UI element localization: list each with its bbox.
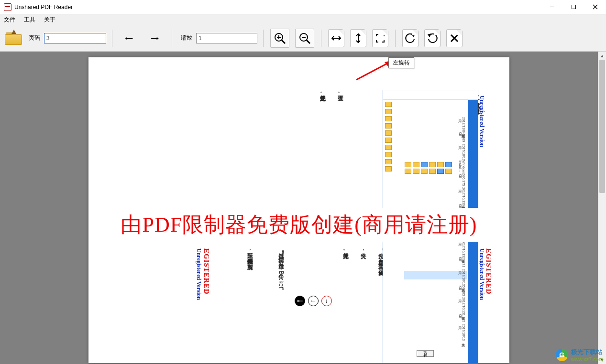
- list-item: 2017/10/13周...文件夹1.535 KB: [406, 297, 465, 322]
- page-line: 任务完成为止。: [342, 248, 350, 353]
- window-title: Unshared PDF Reader: [14, 4, 541, 11]
- site-name: 极光下载站: [571, 348, 603, 356]
- next-page-button[interactable]: →: [144, 31, 166, 45]
- separator: [321, 30, 321, 47]
- scroll-thumb[interactable]: [599, 60, 605, 193]
- close-button[interactable]: [584, 0, 606, 14]
- minimize-button[interactable]: [541, 0, 563, 14]
- watermark-unregistered: Unregistered Version: [478, 248, 485, 300]
- dialog-open-button: 打开(O): [417, 350, 434, 357]
- page-number-input[interactable]: [44, 33, 106, 43]
- list-item: 2017/10/13周...文件夹22.271 KB: [406, 240, 465, 267]
- delete-page-button[interactable]: [446, 29, 463, 47]
- page-line: 以选择 "单个文件" 或 "单个目录"、"单个 Bucket": [277, 248, 285, 353]
- zoom-in-button[interactable]: [270, 29, 289, 48]
- svg-line-17: [356, 62, 390, 80]
- title-bar: Unshared PDF Reader: [0, 0, 606, 14]
- separator: [172, 30, 172, 47]
- zoom-out-button[interactable]: [295, 29, 314, 48]
- menu-file[interactable]: 文件: [4, 16, 15, 24]
- watermark-unregistered: Unregistered Version: [478, 96, 485, 147]
- toolbar: 页码 ← → 缩放: [0, 25, 606, 52]
- svg-marker-13: [411, 33, 415, 37]
- zoom-input[interactable]: [196, 33, 257, 43]
- zoom-label: 缩放: [181, 34, 192, 42]
- separator: [112, 30, 112, 47]
- pdf-page: 二、拖拽上传。在资源 文件或文件夹及文件夹 传列表按钮会不停闪动 3、下载操作 …: [88, 57, 509, 363]
- fit-width-button[interactable]: [328, 29, 344, 47]
- list-item: 2017/10/13周...文件夹57.203 KB: [406, 269, 465, 296]
- rotate-right-button[interactable]: [424, 29, 441, 47]
- page-canvas[interactable]: 二、拖拽上传。在资源 文件或文件夹及文件夹 传列表按钮会不停闪动 3、下载操作 …: [0, 52, 598, 364]
- app-icon: [4, 3, 11, 11]
- scroll-up-button[interactable]: ▲: [598, 52, 606, 60]
- rotate-left-button[interactable]: [402, 29, 419, 47]
- menu-bar: 文件 工具 关于: [0, 14, 606, 25]
- page-line: 文件夹，: [359, 248, 367, 353]
- window-controls: [541, 0, 606, 14]
- list-item: 2017/10/13周...Windows Install...696.375 …: [406, 144, 465, 186]
- list-item: 2017/11/8周...应用程序45.089 KB: [406, 117, 465, 142]
- separator: [395, 30, 396, 47]
- page-icons: →↓⭳: [295, 248, 332, 353]
- prev-page-button[interactable]: ←: [118, 31, 140, 45]
- vertical-scrollbar[interactable]: ▲ ▼: [598, 52, 606, 364]
- watermark-registered: EGISTERED: [485, 248, 493, 295]
- menu-about[interactable]: 关于: [44, 16, 55, 24]
- svg-marker-14: [428, 33, 431, 37]
- fit-height-button[interactable]: [350, 29, 366, 47]
- scroll-track[interactable]: [598, 60, 606, 356]
- page-text-lower: 个文件" 或 "单个目录" 至客户端，自动完成上传 文件夹， 任务完成为止。 →…: [198, 248, 385, 353]
- separator: [263, 30, 264, 47]
- site-watermark: G 极光下载站 www.xz7.com: [556, 348, 603, 362]
- watermark-unregistered: Unregistered Version: [195, 248, 202, 300]
- list-item: 2017/10/13周...文件夹: [406, 324, 465, 341]
- svg-line-5: [282, 40, 285, 43]
- maximize-button[interactable]: [563, 0, 584, 14]
- menu-tools[interactable]: 工具: [24, 16, 35, 24]
- watermark-registered: EGISTERED: [202, 248, 210, 295]
- rotate-left-tooltip: 左旋转: [388, 57, 414, 68]
- page-line: 始下载时，下载列表按钮会不停闪动，直到所有下: [246, 248, 254, 353]
- viewer-area: 二、拖拽上传。在资源 文件或文件夹及文件夹 传列表按钮会不停闪动 3、下载操作 …: [0, 52, 606, 364]
- svg-line-9: [307, 40, 310, 43]
- fit-page-button[interactable]: [372, 29, 388, 47]
- open-file-button[interactable]: [5, 32, 22, 45]
- site-url: www.xz7.com: [571, 356, 603, 362]
- site-logo-icon: G: [556, 349, 568, 361]
- watermark-banner: 由PDF限制器免费版创建(商用请注册): [88, 208, 509, 242]
- svg-rect-1: [572, 5, 576, 9]
- page-label: 页码: [29, 34, 40, 42]
